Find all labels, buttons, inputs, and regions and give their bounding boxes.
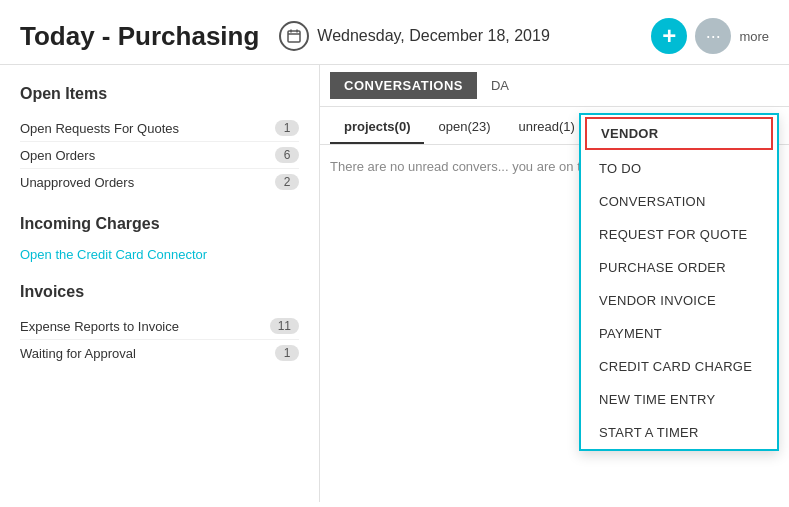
list-item-label: Expense Reports to Invoice xyxy=(20,319,179,334)
tab-da[interactable]: DA xyxy=(477,72,523,99)
list-item: Waiting for Approval 1 xyxy=(20,340,299,366)
left-panel: Open Items Open Requests For Quotes 1 Op… xyxy=(0,65,320,502)
sub-tab-projects[interactable]: projects(0) xyxy=(330,115,424,144)
list-item: Open Requests For Quotes 1 xyxy=(20,115,299,142)
sub-tab-unread[interactable]: unread(1) xyxy=(505,115,589,144)
incoming-charges-title: Incoming Charges xyxy=(20,215,299,233)
tabs-bar: CONVERSATIONS DA xyxy=(320,65,789,107)
list-item-label: Waiting for Approval xyxy=(20,346,136,361)
list-item-badge: 11 xyxy=(270,318,299,334)
dropdown-item-rfq[interactable]: REQUEST FOR QUOTE xyxy=(581,218,777,251)
right-panel: CONVERSATIONS DA projects(0) open(23) un… xyxy=(320,65,789,502)
header-date: Wednesday, December 18, 2019 xyxy=(317,27,549,45)
more-circle-button[interactable]: ··· xyxy=(695,18,731,54)
dropdown-menu: VENDOR TO DO CONVERSATION REQUEST FOR QU… xyxy=(579,113,779,451)
tab-conversations[interactable]: CONVERSATIONS xyxy=(330,72,477,99)
sub-tab-open[interactable]: open(23) xyxy=(424,115,504,144)
list-item: Open Orders 6 xyxy=(20,142,299,169)
dropdown-item-todo[interactable]: TO DO xyxy=(581,152,777,185)
list-item-badge: 2 xyxy=(275,174,299,190)
list-item: Expense Reports to Invoice 11 xyxy=(20,313,299,340)
credit-card-link[interactable]: Open the Credit Card Connector xyxy=(20,247,207,262)
dropdown-item-conversation[interactable]: CONVERSATION xyxy=(581,185,777,218)
header: Today - Purchasing Wednesday, December 1… xyxy=(0,0,789,65)
header-actions: + ··· more xyxy=(651,18,769,54)
dropdown-item-timer[interactable]: START A TIMER xyxy=(581,416,777,449)
list-item-label: Open Requests For Quotes xyxy=(20,121,179,136)
svg-rect-0 xyxy=(288,31,300,42)
add-button[interactable]: + xyxy=(651,18,687,54)
header-date-area: Wednesday, December 18, 2019 xyxy=(279,21,651,51)
dropdown-item-time-entry[interactable]: NEW TIME ENTRY xyxy=(581,383,777,416)
list-item: Unapproved Orders 2 xyxy=(20,169,299,195)
more-label[interactable]: more xyxy=(739,29,769,44)
incoming-charges-section: Incoming Charges Open the Credit Card Co… xyxy=(20,215,299,263)
invoices-title: Invoices xyxy=(20,283,299,301)
dropdown-item-vendor[interactable]: VENDOR xyxy=(585,117,773,150)
dropdown-item-vendor-invoice[interactable]: VENDOR INVOICE xyxy=(581,284,777,317)
dropdown-item-po[interactable]: PURCHASE ORDER xyxy=(581,251,777,284)
list-item-badge: 1 xyxy=(275,345,299,361)
page-title: Today - Purchasing xyxy=(20,21,259,52)
dropdown-item-credit-card[interactable]: CREDIT CARD CHARGE xyxy=(581,350,777,383)
dropdown-item-payment[interactable]: PAYMENT xyxy=(581,317,777,350)
list-item-label: Open Orders xyxy=(20,148,95,163)
calendar-icon[interactable] xyxy=(279,21,309,51)
list-item-label: Unapproved Orders xyxy=(20,175,134,190)
open-items-section: Open Items Open Requests For Quotes 1 Op… xyxy=(20,85,299,195)
invoices-section: Invoices Expense Reports to Invoice 11 W… xyxy=(20,283,299,366)
list-item-badge: 6 xyxy=(275,147,299,163)
list-item-badge: 1 xyxy=(275,120,299,136)
main-area: Open Items Open Requests For Quotes 1 Op… xyxy=(0,65,789,502)
open-items-title: Open Items xyxy=(20,85,299,103)
empty-message: There are no unread convers... xyxy=(330,159,509,174)
